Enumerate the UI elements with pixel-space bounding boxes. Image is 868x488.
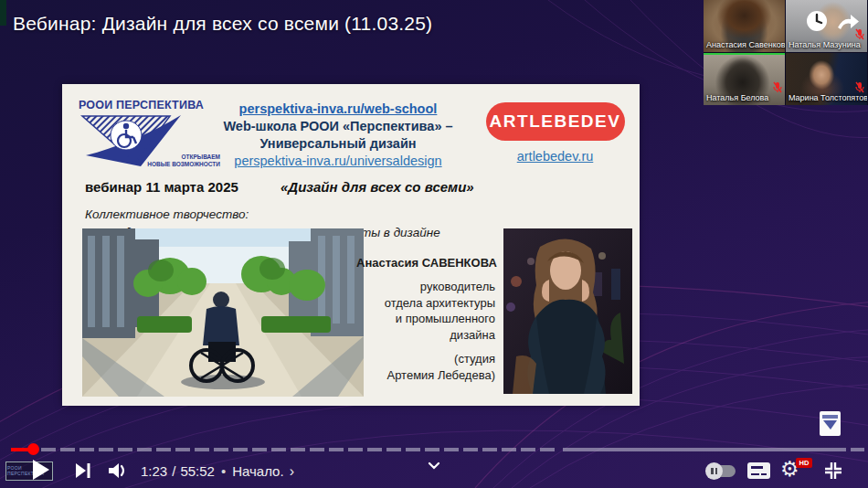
screen-share-mini-preview <box>820 411 841 436</box>
perspektiva-logo: РООИ ПЕРСПЕКТИВА ОТКРЫВАЕМ НОВЫЕ ВОЗМОЖН… <box>79 99 220 168</box>
slide-header-text: perspektiva-inva.ru/web-school Web-школа… <box>216 101 460 170</box>
mic-muted-icon <box>855 28 864 40</box>
artlebedev-block: ARTLEBEDEV artlebedev.ru <box>480 102 630 164</box>
subtitle-line-icon <box>751 466 763 469</box>
participant-grid: Анастасия Савенкова Наталья Мазунина <box>704 0 868 105</box>
chapter-chevron-icon[interactable]: › <box>290 463 294 479</box>
next-button[interactable] <box>75 462 91 479</box>
webschool-title-line2: Универсальный дизайн <box>216 135 460 153</box>
wheelchair-street-photo <box>82 228 364 397</box>
video-player[interactable]: Вебинар: Дизайн для всех со всеми (11.03… <box>0 0 868 488</box>
chapter-segment-end[interactable] <box>851 448 864 451</box>
chapter-name[interactable]: Начало. <box>232 463 283 479</box>
tagline-line1: ОТКРЫВАЕМ <box>181 154 220 160</box>
subtitle-line-icon <box>761 473 767 476</box>
role-line: отдела архитектуры <box>356 295 495 312</box>
participant-name: Марина Толстопятова <box>789 93 867 102</box>
speaker-studio: (студия Артемия Лебедева) <box>356 351 495 383</box>
time-total: 55:52 <box>180 463 215 479</box>
participant-tile-belova: Наталья Белова <box>704 53 785 105</box>
subtitles-button[interactable] <box>747 462 770 479</box>
forward-arrow-icon <box>836 14 860 29</box>
speaker-name: Анастасия САВЕНКОВА <box>356 256 495 270</box>
autoplay-knob <box>705 462 723 480</box>
speaker-info: Анастасия САВЕНКОВА руководитель отдела … <box>356 256 495 383</box>
bullet: • <box>221 463 226 479</box>
role-line: руководитель <box>356 279 495 295</box>
perspektiva-logo-text: РООИ ПЕРСПЕКТИВА <box>79 99 220 111</box>
chapter-segment-long[interactable] <box>563 448 846 451</box>
edge-artifact <box>0 0 6 26</box>
webinar-date-line: вебинар 11 марта 2025 «Дизайн для всех с… <box>85 179 474 195</box>
mic-muted-icon <box>773 81 782 93</box>
speaker-portrait-photo <box>503 228 632 394</box>
webschool-title-line1: Web-школа РООИ «Перспектива» – <box>216 118 460 135</box>
time-divider: / <box>172 463 175 479</box>
presentation-slide: РООИ ПЕРСПЕКТИВА ОТКРЫВАЕМ НОВЫЕ ВОЗМОЖН… <box>62 84 640 406</box>
participant-tile-tolstopyatova: Марина Толстопятова <box>786 53 867 105</box>
participant-tile-savenkova: Анастасия Савенкова <box>704 0 785 52</box>
mini-logo-graphic <box>822 415 838 432</box>
hd-quality-badge[interactable]: HD <box>796 458 812 468</box>
artlebedev-logo: ARTLEBEDEV <box>486 102 625 141</box>
artlebedev-link: artlebedev.ru <box>517 149 594 164</box>
play-button[interactable] <box>33 460 49 480</box>
autoplay-toggle[interactable] <box>708 465 736 477</box>
webinar-title-quote: «Дизайн для всех со всеми» <box>281 179 474 195</box>
progress-scrubber[interactable] <box>27 443 39 455</box>
away-clock-icon <box>806 10 828 32</box>
progress-fill <box>11 448 29 451</box>
studio-line: (студия <box>356 351 495 367</box>
webschool-link: perspektiva-inva.ru/web-school <box>216 101 460 118</box>
participant-name: Анастасия Савенкова <box>706 40 785 49</box>
speaker-role: руководитель отдела архитектуры и промыш… <box>356 279 495 343</box>
topic-line1: Коллективное творчество: <box>85 206 440 224</box>
video-title[interactable]: Вебинар: Дизайн для всех со всеми (11.03… <box>13 13 432 35</box>
progress-bar[interactable] <box>0 446 868 453</box>
tagline-line2: НОВЫЕ ВОЗМОЖНОСТИ <box>147 161 220 167</box>
time-current: 1:23 <box>141 463 167 479</box>
participant-tile-mazunina: Наталья Мазунина <box>786 0 867 52</box>
time-display: 1:23/55:52•Начало.› <box>141 462 294 481</box>
participant-name: Наталья Белова <box>706 93 768 102</box>
chapter-segments[interactable] <box>41 448 559 451</box>
subtitle-line-icon <box>751 473 759 476</box>
exit-fullscreen-button[interactable] <box>823 461 843 481</box>
studio-line: Артемия Лебедева) <box>356 367 495 384</box>
participant-name: Наталья Мазунина <box>789 40 861 49</box>
universaldesign-link: perspektiva-inva.ru/universaldesign <box>216 153 460 170</box>
role-line: дизайна <box>356 327 495 344</box>
chevron-down-icon <box>428 461 440 470</box>
mic-muted-icon <box>855 81 864 93</box>
webinar-date: вебинар 11 марта 2025 <box>85 179 238 195</box>
role-line: и промышленного <box>356 311 495 327</box>
volume-button[interactable] <box>108 461 130 480</box>
